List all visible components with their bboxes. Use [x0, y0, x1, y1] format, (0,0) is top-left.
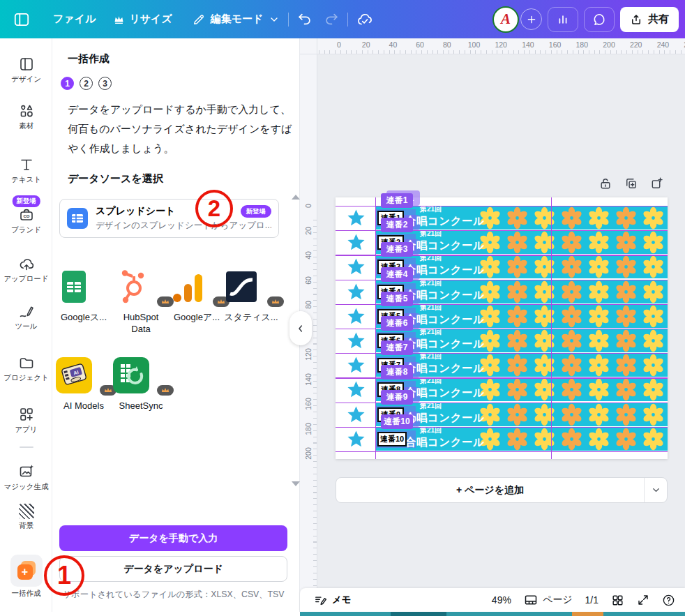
edit-mode-button[interactable]: 編集モード — [192, 13, 280, 27]
bar-chart-icon — [556, 13, 570, 27]
h-ruler-number: 160 — [549, 40, 562, 49]
flower-icon — [642, 403, 665, 426]
field-tag[interactable]: 連番4 — [381, 267, 413, 282]
flower-icon — [642, 231, 665, 254]
uploads-icon — [0, 255, 52, 272]
serial-number-box[interactable]: 連番10 — [377, 432, 407, 446]
add-member-button[interactable] — [520, 8, 542, 30]
file-menu-button[interactable]: ファイル — [53, 13, 96, 26]
fullscreen-button[interactable] — [637, 594, 649, 606]
avatar[interactable]: A — [492, 6, 519, 33]
flower-icon — [587, 354, 610, 377]
sidebar-item-elements[interactable]: 素材 — [0, 103, 52, 130]
field-tag[interactable]: 連番9 — [381, 390, 413, 405]
pages-view-button[interactable]: ページ — [524, 593, 573, 607]
sidebar-item-background[interactable]: 背景 — [0, 504, 52, 529]
sidebar-item-projects[interactable]: プロジェクト — [0, 354, 52, 382]
flower-icon — [533, 305, 556, 328]
flower-icon — [615, 255, 638, 278]
flower-icon — [533, 206, 556, 230]
sidebar-item-tools[interactable]: ツール — [0, 303, 52, 330]
sidebar-item-text[interactable]: テキスト — [0, 156, 52, 183]
share-button[interactable]: 共有 — [620, 7, 679, 32]
flower-icon — [533, 231, 556, 254]
app-tile-ai-models[interactable]: AI AI Models — [56, 357, 112, 412]
step-2: 2 — [80, 77, 93, 90]
panel-collapse-button[interactable] — [289, 311, 312, 345]
spreadsheet-card[interactable]: スプレッドシート 新登場 デザインのスプレッドシートからアップロ... — [59, 199, 279, 238]
v-ruler-number: 140 — [304, 373, 313, 386]
flower-icon — [615, 354, 638, 377]
duplicate-page-button[interactable] — [624, 176, 638, 190]
flower-icon — [506, 354, 529, 377]
flower-icon — [615, 428, 638, 451]
redo-button[interactable] — [324, 12, 339, 27]
sidebar-item-label: プロジェクト — [0, 373, 52, 382]
flower-icon — [560, 329, 583, 352]
enter-data-manually-button[interactable]: データを手動で入力 — [59, 525, 287, 551]
sidebar-item-apps[interactable]: アプリ — [0, 406, 52, 433]
background-icon — [0, 504, 52, 519]
field-tag[interactable]: 連番7 — [381, 340, 413, 355]
crown-badge-icon — [267, 296, 284, 307]
add-page-button[interactable]: + ページを追加 — [336, 477, 668, 503]
scroll-up-arrow[interactable] — [292, 195, 300, 200]
resize-button[interactable]: リサイズ — [114, 13, 172, 26]
design-page[interactable]: 連番1 連番1 連番1 第21回 合唱コンクール 連番2 連番2 連番2 第21… — [336, 197, 668, 459]
scroll-down-arrow[interactable] — [292, 481, 300, 486]
flower-icon — [587, 428, 610, 451]
comments-button[interactable] — [584, 7, 615, 32]
zoom-level[interactable]: 49% — [492, 594, 511, 606]
toolbar-divider-2 — [347, 13, 348, 27]
upload-data-button[interactable]: データをアップロード — [59, 556, 287, 582]
panel-toggle-button[interactable] — [13, 10, 31, 29]
flower-icon — [560, 206, 583, 230]
app-tile-hubspot[interactable]: HubSpot Data — [113, 269, 169, 335]
flower-icon — [615, 305, 638, 328]
cloud-saved-icon — [356, 11, 373, 28]
flower-icon — [533, 378, 556, 401]
flower-icon — [615, 378, 638, 401]
field-tag[interactable]: 連番1 — [381, 193, 413, 208]
sidebar-item-brand[interactable]: 新登場COブランド — [0, 206, 52, 234]
app-tile-analytics[interactable]: Googleア... — [169, 269, 225, 323]
app-tile-statistics[interactable]: スタティス... — [223, 269, 279, 323]
sidebar-item-label: ブランド — [0, 225, 52, 234]
v-ruler-number: 40 — [304, 251, 313, 260]
annotation-circle-2: 2 — [195, 190, 233, 227]
field-tag[interactable]: 連番3 — [381, 242, 413, 257]
sidebar-item-uploads[interactable]: アップロード — [0, 255, 52, 283]
star-icon — [346, 306, 366, 326]
field-tag[interactable]: 連番6 — [381, 316, 413, 331]
sidebar-item-magic[interactable]: マジック生成 — [0, 463, 52, 490]
datasource-heading: データソースを選択 — [68, 172, 163, 186]
field-tag[interactable]: 連番10 — [381, 414, 413, 429]
h-ruler-number: 80 — [443, 40, 451, 49]
unlock-button[interactable] — [599, 176, 612, 190]
sidebar-item-label: テキスト — [0, 175, 52, 183]
ai-models-icon: AI — [56, 357, 112, 393]
flower-icon — [533, 354, 556, 377]
star-icon — [346, 208, 366, 228]
row-band: 連番6 連番6 連番6 第21回 合唱コンクール — [375, 329, 668, 352]
h-ruler-number: 200 — [603, 40, 615, 49]
supported-formats-note: サポートされているファイルの形式：XLSX、CSV、TSV — [59, 589, 287, 601]
add-page-dropdown[interactable] — [645, 485, 667, 495]
v-ruler-number: 80 — [304, 301, 313, 309]
add-page-icon-button[interactable] — [650, 176, 664, 190]
insights-button[interactable] — [548, 7, 578, 32]
v-ruler-number: 200 — [304, 447, 313, 460]
flower-icon — [506, 255, 529, 278]
undo-button[interactable] — [297, 12, 313, 27]
notes-button[interactable]: メモ — [314, 594, 351, 607]
field-tag[interactable]: 連番2 — [381, 218, 413, 232]
app-tile-google-sheets[interactable]: Googleス... — [56, 269, 112, 323]
help-button[interactable] — [662, 594, 675, 607]
grid-view-button[interactable] — [611, 594, 624, 607]
field-tag[interactable]: 連番8 — [381, 365, 413, 380]
design-row-10[interactable]: 連番10 連番10 連番10 第21回 合唱コンクール — [336, 427, 668, 451]
step-indicator: 123 — [61, 77, 112, 90]
sidebar-item-design[interactable]: デザイン — [0, 56, 52, 83]
field-tag[interactable]: 連番5 — [381, 292, 413, 306]
app-tile-sheetsync[interactable]: SheetSync — [113, 357, 169, 412]
